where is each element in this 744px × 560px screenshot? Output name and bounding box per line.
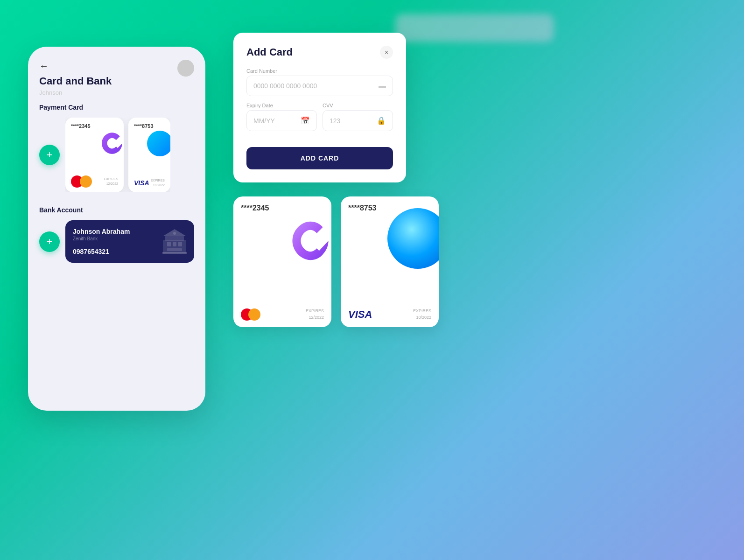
- modal-title: Add Card: [246, 46, 293, 58]
- big-card-1-bottom: EXPIRES 12/2022: [241, 308, 324, 321]
- mini-cards-container: ****2345: [65, 118, 170, 192]
- svg-rect-2: [165, 236, 184, 241]
- avatar: [177, 60, 194, 77]
- svg-rect-8: [162, 252, 187, 254]
- visa-text-mini: VISA: [134, 179, 149, 187]
- bank-account-row: + Johnson Abraham Zenith Bank 0987654321: [39, 220, 194, 263]
- svg-rect-4: [167, 242, 171, 246]
- card-number-group: Card Number 0000 0000 0000 0000 ▬: [246, 68, 393, 96]
- bank-card[interactable]: Johnson Abraham Zenith Bank 0987654321: [65, 220, 194, 263]
- payment-card-label: Payment Card: [39, 104, 194, 111]
- big-card-1[interactable]: ****2345: [233, 196, 331, 327]
- cvv-label: CVV: [323, 103, 393, 108]
- calendar-icon: 📅: [301, 116, 310, 125]
- bank-building-icon: [161, 227, 189, 257]
- big-card-1-expires: EXPIRES 12/2022: [306, 308, 324, 321]
- svg-point-9: [173, 232, 176, 235]
- svg-point-0: [108, 139, 116, 147]
- mini-card-1[interactable]: ****2345: [65, 118, 124, 192]
- bank-account-label: Bank Account: [39, 206, 194, 214]
- add-bank-button[interactable]: +: [39, 231, 60, 252]
- payment-cards-row: + ****2345: [39, 118, 194, 192]
- mini-card-2[interactable]: ****8753 VISA EXPIRES 10/2022: [128, 118, 170, 192]
- big-card-2-logo: [387, 208, 439, 269]
- mini-card-1-expires: EXPIRES 12/2022: [104, 177, 118, 186]
- mastercard-icon: [71, 175, 92, 188]
- svg-point-10: [303, 232, 318, 250]
- phone-mockup: ← Card and Bank Johnson Payment Card + *…: [28, 47, 205, 411]
- page-title: Card and Bank: [39, 75, 194, 87]
- bottom-cards-row: ****2345: [233, 196, 716, 327]
- mini-card-2-bottom: VISA EXPIRES 10/2022: [134, 178, 165, 188]
- svg-rect-6: [178, 242, 182, 246]
- modal-close-button[interactable]: ×: [380, 46, 393, 59]
- cvv-value: 123: [330, 117, 340, 125]
- big-card-1-number: ****2345: [241, 204, 324, 212]
- big-card-2-expires: EXPIRES 10/2022: [413, 308, 431, 321]
- back-button[interactable]: ←: [39, 61, 49, 71]
- cvv-field[interactable]: 123 🔒: [323, 110, 393, 131]
- expiry-cvv-row: Expiry Date MM/YY 📅 CVV 123 🔒: [246, 103, 393, 138]
- mini-card-2-expires: EXPIRES 10/2022: [151, 178, 165, 188]
- right-panel: Add Card × Card Number 0000 0000 0000 00…: [233, 33, 716, 327]
- cvv-group: CVV 123 🔒: [323, 103, 393, 131]
- svg-rect-5: [173, 242, 176, 246]
- add-card-button[interactable]: +: [39, 145, 60, 165]
- modal-header: Add Card ×: [246, 46, 393, 59]
- mini-card-2-number: ****8753: [134, 123, 165, 129]
- expiry-field[interactable]: MM/YY 📅: [246, 110, 317, 131]
- expiry-value: MM/YY: [253, 117, 275, 125]
- add-card-modal: Add Card × Card Number 0000 0000 0000 00…: [233, 33, 406, 182]
- mini-card-1-logo: [96, 127, 124, 161]
- big-card-2-bottom: VISA EXPIRES 10/2022: [348, 308, 431, 321]
- card-number-label: Card Number: [246, 68, 393, 74]
- card-number-field[interactable]: 0000 0000 0000 0000 ▬: [246, 76, 393, 96]
- expiry-group: Expiry Date MM/YY 📅: [246, 103, 317, 131]
- card-number-value: 0000 0000 0000 0000: [253, 82, 317, 90]
- visa-text-big: VISA: [348, 308, 372, 321]
- big-mastercard-icon: [241, 308, 260, 321]
- big-card-1-logo: [282, 213, 331, 271]
- modal-blur-bg: [395, 14, 554, 42]
- mini-card-1-bottom: EXPIRES 12/2022: [71, 175, 118, 188]
- add-card-submit-button[interactable]: ADD CARD: [246, 147, 393, 169]
- big-card-2[interactable]: ****8753 VISA EXPIRES 10/2022: [341, 196, 439, 327]
- mini-card-2-logo: [147, 131, 170, 156]
- subtitle: Johnson: [39, 89, 194, 96]
- card-icon: ▬: [379, 82, 386, 90]
- modal-wrapper: Add Card × Card Number 0000 0000 0000 00…: [233, 33, 716, 182]
- svg-rect-7: [167, 248, 182, 251]
- lock-icon: 🔒: [377, 116, 386, 125]
- expiry-label: Expiry Date: [246, 103, 317, 108]
